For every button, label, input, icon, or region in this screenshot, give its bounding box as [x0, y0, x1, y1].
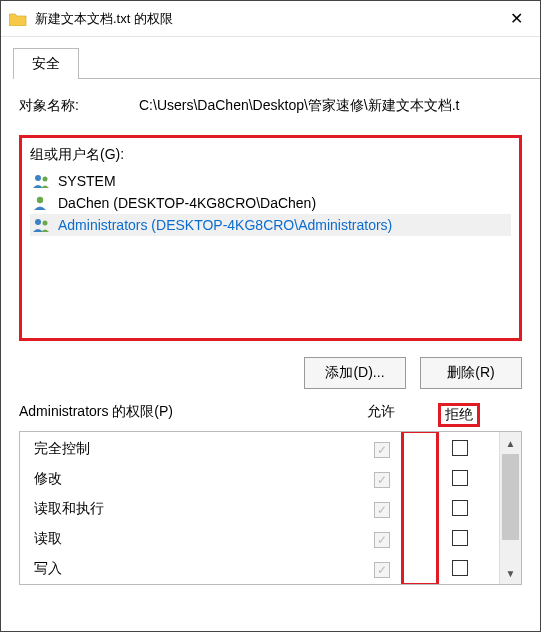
allow-checkbox: ✓: [374, 532, 390, 548]
permission-row: 读取和执行 ✓: [20, 494, 499, 524]
permission-name: 完全控制: [34, 440, 343, 458]
object-name-label: 对象名称:: [19, 97, 139, 115]
close-button[interactable]: ✕: [492, 1, 540, 37]
allow-checkbox: ✓: [374, 562, 390, 578]
allow-checkbox: ✓: [374, 502, 390, 518]
principal-name: Administrators (DESKTOP-4KG8CRO\Administ…: [58, 217, 392, 233]
principal-name: DaChen (DESKTOP-4KG8CRO\DaChen): [58, 195, 316, 211]
permissions-header: Administrators 的权限(P) 允许 拒绝: [19, 403, 522, 427]
permission-row: 完全控制 ✓: [20, 434, 499, 464]
scroll-up-icon[interactable]: ▲: [500, 432, 521, 454]
tab-strip: 安全: [1, 37, 540, 79]
svg-point-3: [35, 219, 41, 225]
permissions-dialog: 新建文本文档.txt 的权限 ✕ 安全 对象名称: C:\Users\DaChe…: [0, 0, 541, 632]
permissions-for-label: Administrators 的权限(P): [19, 403, 342, 427]
title-bar: 新建文本文档.txt 的权限 ✕: [1, 1, 540, 37]
scroll-track[interactable]: [500, 454, 521, 562]
permissions-rows: 完全控制 ✓ 修改 ✓ 读取和执行 ✓ 读取 ✓: [20, 432, 499, 584]
principal-name: SYSTEM: [58, 173, 116, 189]
permission-name: 读取: [34, 530, 343, 548]
add-button[interactable]: 添加(D)...: [304, 357, 406, 389]
permission-row: 写入 ✓: [20, 554, 499, 584]
folder-icon: [9, 12, 27, 26]
allow-checkbox: ✓: [374, 442, 390, 458]
permission-name: 修改: [34, 470, 343, 488]
scroll-thumb[interactable]: [502, 454, 519, 540]
svg-point-1: [43, 177, 48, 182]
user-icon: [32, 195, 52, 211]
permission-row: 读取 ✓: [20, 524, 499, 554]
principal-item-administrators[interactable]: Administrators (DESKTOP-4KG8CRO\Administ…: [30, 214, 511, 236]
dialog-body: 对象名称: C:\Users\DaChen\Desktop\管家速修\新建文本文…: [1, 79, 540, 631]
groups-box: 组或用户名(G): SYSTEM: [19, 135, 522, 341]
permissions-table: 完全控制 ✓ 修改 ✓ 读取和执行 ✓ 读取 ✓: [19, 431, 522, 585]
group-icon: [32, 217, 52, 233]
permission-row: 修改 ✓: [20, 464, 499, 494]
svg-point-0: [35, 175, 41, 181]
deny-checkbox[interactable]: [452, 500, 468, 516]
buttons-row: 添加(D)... 删除(R): [19, 357, 522, 389]
group-icon: [32, 173, 52, 189]
groups-label: 组或用户名(G):: [30, 146, 511, 164]
deny-checkbox[interactable]: [452, 470, 468, 486]
tab-security[interactable]: 安全: [13, 48, 79, 79]
deny-column-header: 拒绝: [420, 403, 498, 427]
close-icon: ✕: [510, 9, 523, 28]
permission-name: 写入: [34, 560, 343, 578]
scroll-down-icon[interactable]: ▼: [500, 562, 521, 584]
principal-list[interactable]: SYSTEM DaChen (DESKTOP-4KG8CRO\DaChen): [30, 170, 511, 330]
permissions-scrollbar[interactable]: ▲ ▼: [499, 432, 521, 584]
deny-checkbox[interactable]: [452, 440, 468, 456]
remove-button[interactable]: 删除(R): [420, 357, 522, 389]
principal-item-dachen[interactable]: DaChen (DESKTOP-4KG8CRO\DaChen): [30, 192, 511, 214]
principal-item-system[interactable]: SYSTEM: [30, 170, 511, 192]
tab-security-label: 安全: [32, 55, 60, 71]
deny-checkbox[interactable]: [452, 560, 468, 576]
allow-checkbox: ✓: [374, 472, 390, 488]
svg-point-4: [43, 221, 48, 226]
permission-name: 读取和执行: [34, 500, 343, 518]
window-title: 新建文本文档.txt 的权限: [35, 10, 492, 28]
svg-point-2: [37, 197, 43, 203]
deny-checkbox[interactable]: [452, 530, 468, 546]
allow-column-header: 允许: [342, 403, 420, 427]
object-name-value: C:\Users\DaChen\Desktop\管家速修\新建文本文档.t: [139, 97, 522, 115]
object-name-row: 对象名称: C:\Users\DaChen\Desktop\管家速修\新建文本文…: [19, 97, 522, 115]
